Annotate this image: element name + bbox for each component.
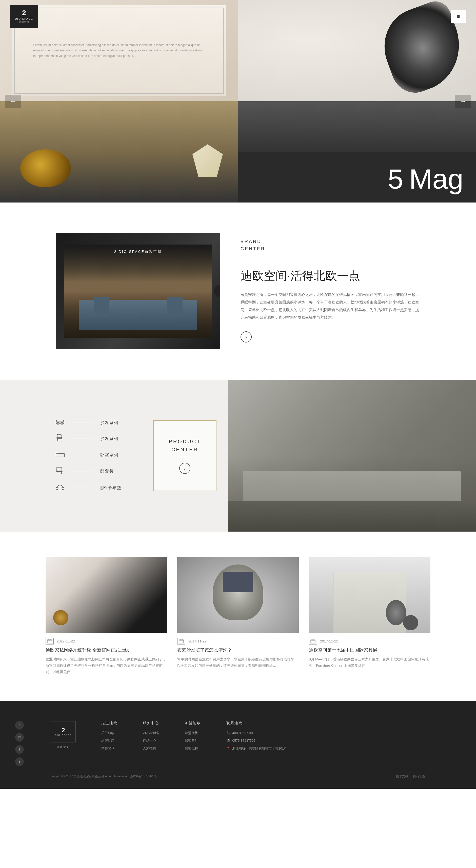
news-card-image-2 <box>177 557 299 633</box>
brand-store-visual: 2 DIO SPACE迪欧空间 <box>64 245 212 338</box>
footer-link-about-2[interactable]: 品牌动态 <box>101 738 117 743</box>
news-card-calendar-icon-1 <box>46 638 54 645</box>
news-card-calendar-icon-3 <box>309 638 317 645</box>
hero-cell-dark: 5 Mag <box>238 101 476 203</box>
location-icon: 📍 <box>226 746 230 750</box>
brand-chair-2 <box>167 297 183 317</box>
product-table <box>228 501 476 532</box>
footer-link-franchise-3[interactable]: 加盟流程 <box>185 746 201 751</box>
brand-more-circle: › <box>241 331 252 342</box>
hero-prev-button[interactable]: ← <box>5 95 21 108</box>
social-icon-twitter[interactable]: t <box>15 757 24 766</box>
brand-content: BRAND CENTER 迪欧空间·活得北欧一点 家是安静之所，每一个空间都遵循… <box>241 233 420 349</box>
news-card-calendar-icon-2 <box>177 638 185 645</box>
footer-link-service-2[interactable]: 产品中心 <box>143 738 159 743</box>
footer-contact-phone: 📞 400-8060-930 <box>226 731 286 736</box>
footer-contact-heading: 联系迪欧 <box>226 721 286 725</box>
brand-image-inner: 2 DIO SPACE迪欧空间 <box>56 233 220 349</box>
svg-rect-30 <box>311 640 315 643</box>
footer-col-contact: 联系迪欧 📞 400-8060-930 📠 0575-87987552 📍 浙江… <box>226 721 286 754</box>
footer-link-franchise-2[interactable]: 加盟条件 <box>185 738 201 743</box>
footer-phone-text: 400-8060-930 <box>232 731 253 736</box>
product-menu-label-2: 沙发系列 <box>100 436 118 441</box>
footer-link-about-1[interactable]: 关于迪欧 <box>101 731 117 736</box>
product-menu-item-4[interactable]: 配套类 <box>56 466 122 476</box>
footer-link-about-3[interactable]: 荣誉资讯 <box>101 746 117 751</box>
brand-title: 迪欧空间·活得北欧一点 <box>241 268 420 283</box>
footer-col-franchise-heading: 加盟迪欧 <box>185 721 201 725</box>
news-card-3[interactable]: 2017-11-22 迪欧空间第十七届中国国际家具展 9月14—17日，香港接收… <box>309 557 430 675</box>
news-grid: 2017-11-22 迪欧家私网络系统升级 全新官网正式上线 营业时间到来，浙江… <box>46 557 430 675</box>
footer-logo: 2 DIO SPACE 迪欧空间 <box>51 721 76 754</box>
product-menu-label-5: 北欧卡布垫 <box>99 485 122 491</box>
logo-icon: 2 <box>22 9 26 17</box>
news-img-stool <box>403 615 418 630</box>
hero-dark-top <box>238 101 476 152</box>
fax-icon: 📠 <box>226 739 230 742</box>
footer-link-service-1[interactable]: 24小时服务 <box>143 731 159 736</box>
hero-5mag: 5 Mag <box>388 163 466 195</box>
svg-rect-22 <box>47 640 52 643</box>
brand-desc: 家是安静之所，每一个空间都遵循内心之法，北欧深厚的度假风情画，将画间贴的实用和宽… <box>241 291 420 321</box>
footer-bottom: copyright ©2017 某江迪欧家私责任公司 All rights re… <box>51 769 425 779</box>
site-logo[interactable]: 2 DIO SPACE 迪欧空间 <box>10 5 38 28</box>
hero-next-button[interactable]: → <box>455 95 471 108</box>
product-icon-bed <box>56 451 65 459</box>
svg-rect-2 <box>61 423 63 424</box>
footer-address-text: 浙江省杭州拱墅区衣城锦市千巷201# <box>232 746 286 751</box>
product-menu-item-1[interactable]: 沙发系列 <box>56 419 122 426</box>
news-card-title-2: 布艺沙发脏了该怎么清洗？ <box>177 647 299 653</box>
product-sofa-photo <box>228 380 476 532</box>
product-center-area: PRODUCT CENTER › <box>142 380 228 532</box>
social-icon-1[interactable]: ○ <box>15 721 24 730</box>
brand-label: BRAND CENTER <box>241 238 420 253</box>
news-card-2[interactable]: 2017-11-22 布艺沙发脏了该怎么清洗？ 简单的时间处在注意不要用太多水，… <box>177 557 299 675</box>
hero-bowl-visual <box>20 149 71 187</box>
brand-chair-1 <box>94 297 109 317</box>
product-icon-sofa1 <box>56 419 65 426</box>
product-menu-item-2[interactable]: 沙发系列 <box>56 434 122 443</box>
brand-section: 2 DIO SPACE迪欧空间 ✦ BRAND CENTER 迪欧空间·活得北欧… <box>0 203 476 380</box>
brand-more-button[interactable]: › <box>241 331 420 342</box>
footer-link-franchise-1[interactable]: 加盟优势 <box>185 731 201 736</box>
news-card-desc-1: 营业时间到来，浙江迪欧家私朝内公司将全部开拓，到官网正式进上做到了，新官网周边建… <box>46 656 167 675</box>
news-card-meta-2: 2017-11-22 <box>177 638 299 645</box>
product-center-button[interactable]: › <box>179 463 190 474</box>
product-icon-accessory <box>56 466 65 476</box>
social-icon-2[interactable]: □ <box>15 733 24 742</box>
product-menu-item-5[interactable]: 北欧卡布垫 <box>56 484 122 492</box>
product-menu-item-3[interactable]: 卧室系列 <box>56 451 122 459</box>
footer-logo-chinese: 迪欧空间 <box>57 745 70 749</box>
product-center-box: PRODUCT CENTER › <box>153 420 216 491</box>
product-menu-line-4 <box>72 471 93 471</box>
footer-tech-link[interactable]: 技术支持 <box>396 774 408 779</box>
phone-icon: 📞 <box>226 731 230 735</box>
brand-divider <box>241 258 253 258</box>
product-center-label: PRODUCT CENTER <box>169 437 201 454</box>
svg-rect-1 <box>57 423 59 424</box>
footer-link-service-3[interactable]: 人才招聘 <box>143 746 159 751</box>
footer-contact-address: 📍 浙江省杭州拱墅区衣城锦市千巷201# <box>226 746 286 751</box>
svg-rect-26 <box>179 640 184 643</box>
social-icon-facebook[interactable]: f <box>15 745 24 754</box>
hero-hexagon <box>192 144 223 177</box>
news-card-date-1: 2017-11-22 <box>57 639 75 643</box>
news-card-image-1 <box>46 557 167 633</box>
product-icon-carpet <box>56 484 65 492</box>
footer-col-about-heading: 走进迪欧 <box>101 721 117 725</box>
footer-sitemap-link[interactable]: 网站地图 <box>413 774 425 779</box>
footer-col-franchise: 加盟迪欧 加盟优势 加盟条件 加盟流程 <box>185 721 201 754</box>
menu-button[interactable]: ≡ <box>451 10 466 23</box>
footer-col-about: 走进迪欧 关于迪欧 品牌动态 荣誉资讯 <box>101 721 117 754</box>
news-card-meta-3: 2017-11-22 <box>309 638 430 645</box>
product-menu: 沙发系列 沙发系列 <box>0 380 142 532</box>
news-card-title-3: 迪欧空间第十七届中国国际家具展 <box>309 647 430 653</box>
news-card-1[interactable]: 2017-11-22 迪欧家私网络系统升级 全新官网正式上线 营业时间到来，浙江… <box>46 557 167 675</box>
hero-number: 5 <box>388 163 403 194</box>
hero-mag-label: Mag <box>409 163 463 194</box>
footer-logo-brand: DIO SPACE <box>55 734 72 736</box>
news-card-date-2: 2017-11-22 <box>188 639 207 643</box>
logo-chinese: 迪欧空间 <box>19 20 29 24</box>
footer-logo-box: 2 DIO SPACE <box>51 721 76 742</box>
product-menu-label-1: 沙发系列 <box>100 420 118 426</box>
